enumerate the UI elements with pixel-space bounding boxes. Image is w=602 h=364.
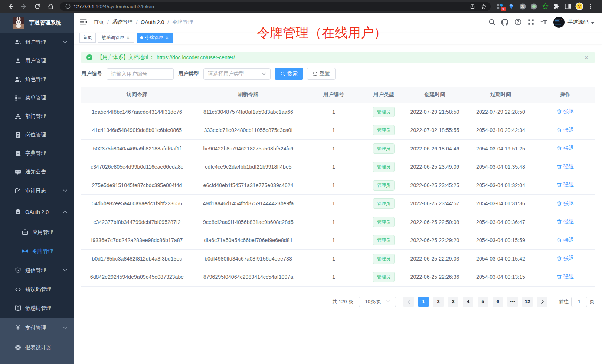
extensions-puzzle-icon[interactable] [553, 2, 561, 10]
page-button-1[interactable]: 1 [418, 297, 429, 307]
tab-sensitive-word[interactable]: 敏感词管理✕ [98, 33, 134, 43]
page-button-12[interactable]: 12 [522, 297, 533, 307]
page-size-select[interactable]: 10条/页 [359, 297, 396, 307]
prev-page-button[interactable] [403, 297, 414, 307]
browser-home-icon[interactable] [46, 1, 55, 11]
chevron-down-icon [63, 41, 67, 43]
force-logout-button[interactable]: 强退 [557, 182, 574, 188]
reset-button[interactable]: 重置 [307, 68, 336, 80]
page-button-5[interactable]: 5 [478, 297, 488, 307]
user-avatar[interactable] [553, 17, 565, 28]
extension-gem-icon[interactable] [507, 2, 516, 10]
sidebar-item-oauth[interactable]: OAuth 2.0 [0, 202, 74, 221]
sidebar-item-oauth-app[interactable]: 应用管理 [0, 223, 74, 242]
browser-back-icon[interactable] [6, 1, 15, 11]
org-tree-icon [15, 113, 21, 120]
force-logout-button[interactable]: 强退 [557, 255, 574, 262]
page-button-2[interactable]: 2 [433, 297, 444, 307]
username-text[interactable]: 芋道源码 [567, 19, 588, 26]
cell-user-id: 1 [304, 268, 363, 287]
sidebar-item-audit-log[interactable]: 审计日志 [0, 181, 74, 200]
sidebar-item-dict[interactable]: 字典管理 [0, 144, 74, 163]
user-id-label: 用户编号 [81, 70, 102, 77]
sidebar-item-sensitive-word[interactable]: 敏感词管理 [0, 299, 74, 318]
browser-reload-icon[interactable] [32, 1, 42, 11]
trash-icon [557, 274, 562, 279]
user-id-input[interactable] [111, 71, 169, 77]
share-icon[interactable] [470, 3, 475, 9]
github-icon[interactable] [501, 19, 508, 26]
tab-token[interactable]: 令牌管理✕ [137, 33, 173, 43]
search-button[interactable]: 搜索 [275, 68, 303, 80]
sidebar-item-role[interactable]: 角色管理 [0, 70, 74, 89]
cell-actions: 强退 [536, 139, 595, 158]
sidebar-item-dept[interactable]: 部门管理 [0, 107, 74, 126]
user-type-badge: 管理员 [373, 272, 395, 282]
hamburger-icon[interactable] [79, 18, 87, 26]
page-button-3[interactable]: 3 [448, 297, 458, 307]
user-type-select[interactable]: 请选择用户类型 [203, 68, 271, 80]
cell-user-id: 1 [304, 231, 363, 250]
sidebar-item-notice[interactable]: 通知公告 [0, 163, 74, 181]
goto-page-input[interactable] [571, 297, 587, 307]
force-logout-button[interactable]: 强退 [557, 145, 574, 152]
sidebar-item-sms[interactable]: 短信管理 [0, 261, 74, 280]
force-logout-button[interactable]: 强退 [557, 274, 574, 280]
cell-expires: 2054-03-04 01:31:36 [465, 195, 536, 213]
font-size-icon[interactable] [540, 19, 547, 26]
user-caret-down-icon[interactable] [591, 22, 595, 24]
browser-forward-icon[interactable] [19, 1, 29, 11]
sidebar-item-post[interactable]: 岗位管理 [0, 126, 74, 144]
breadcrumb-oauth[interactable]: OAuth 2.0 [141, 19, 164, 25]
fullscreen-icon[interactable] [527, 19, 534, 26]
extension-command-icon[interactable]: ⌘ [518, 2, 527, 10]
force-logout-button[interactable]: 强退 [557, 200, 574, 207]
sidebar-logo[interactable]: 芋道管理系统 [0, 13, 74, 33]
extension-blocker-icon[interactable]: 9 [496, 2, 504, 10]
col-actions: 操作 [536, 87, 595, 103]
cell-user-id: 1 [304, 158, 363, 176]
breadcrumb-system[interactable]: 系统管理 [112, 19, 133, 26]
next-page-button[interactable] [537, 297, 547, 307]
more-pages-button[interactable]: ••• [507, 297, 518, 307]
alert-close-icon[interactable]: ✕ [584, 55, 589, 60]
breadcrumb-home[interactable]: 首页 [94, 19, 104, 26]
header-search-icon[interactable] [488, 19, 495, 26]
tab-home[interactable]: 首页 [79, 33, 96, 43]
bookmark-star-icon[interactable] [481, 3, 487, 10]
close-icon[interactable]: ✕ [164, 35, 170, 40]
force-logout-button[interactable]: 强退 [557, 108, 574, 115]
side-panel-icon[interactable] [564, 2, 572, 10]
browser-menu-icon[interactable] [586, 2, 595, 10]
extension-recorder-icon[interactable] [530, 2, 538, 10]
cell-user-id: 1 [304, 249, 363, 268]
sidebar-item-menu[interactable]: 菜单管理 [0, 89, 74, 107]
alert-doc-link[interactable]: https://doc.iocoder.cn/user-center/ [157, 54, 235, 60]
sidebar-item-pay[interactable]: 支付管理 [0, 318, 74, 337]
sidebar-item-report-designer[interactable]: 报表设计器 [0, 338, 74, 357]
page-button-4[interactable]: 4 [463, 297, 473, 307]
navbar-actions: 芋道源码 [482, 17, 595, 28]
sidebar-item-error-code[interactable]: 错误码管理 [0, 280, 74, 299]
site-info-icon[interactable] [65, 4, 71, 9]
url-text: 127.0.0.1:1024/system/oauth2/token [73, 4, 154, 9]
profile-avatar-icon[interactable] [575, 2, 583, 10]
force-logout-button[interactable]: 强退 [557, 163, 574, 170]
cell-created: 2022-06-25 22:29:20 [404, 231, 465, 250]
close-icon[interactable]: ✕ [125, 35, 131, 40]
help-icon[interactable] [514, 19, 521, 26]
cell-user-type: 管理员 [363, 249, 404, 268]
force-logout-button[interactable]: 强退 [557, 237, 574, 244]
force-logout-button[interactable]: 强退 [557, 218, 574, 225]
page-button-6[interactable]: 6 [493, 297, 503, 307]
sidebar-item-oauth-token[interactable]: 令牌管理 [0, 242, 74, 261]
browser-address-bar[interactable]: 127.0.0.1:1024/system/oauth2/token [60, 2, 491, 11]
sidebar-item-user[interactable]: 用户管理 [0, 52, 74, 70]
extension-star-icon[interactable] [541, 2, 549, 10]
doc-alert: 【用户体系】文档地址： https://doc.iocoder.cn/user-… [81, 52, 595, 63]
sidebar-item-tenant[interactable]: 租户管理 [0, 33, 74, 52]
trash-icon [557, 238, 562, 243]
sidebar-item-label: 令牌管理 [32, 248, 53, 255]
force-logout-button[interactable]: 强退 [557, 127, 574, 133]
cell-created: 2022-06-25 22:26:36 [404, 268, 465, 287]
